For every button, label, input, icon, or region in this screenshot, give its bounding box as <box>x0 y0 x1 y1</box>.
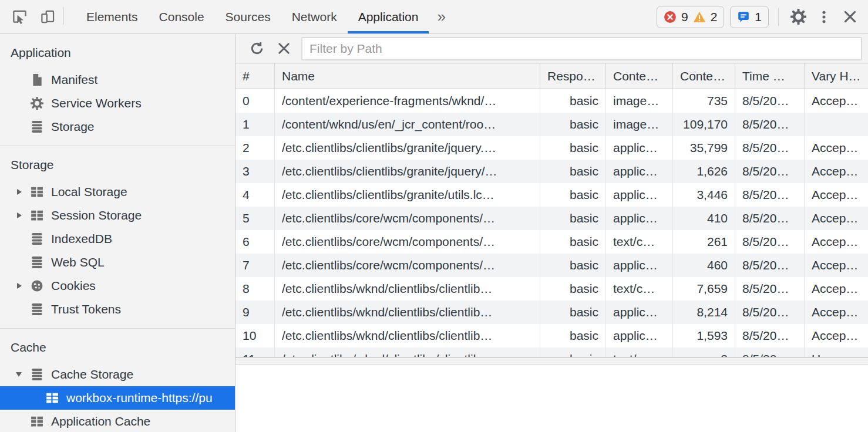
table-row[interactable]: 6/etc.clientlibs/core/wcm/components/…ba… <box>235 230 868 254</box>
column-header-content_type[interactable]: Conte… <box>606 63 673 89</box>
cell-time_cached: 8/5/20… <box>735 160 805 183</box>
sidebar-item-indexeddb[interactable]: IndexedDB <box>0 227 235 251</box>
cell-vary_header: Accep… <box>805 89 868 113</box>
tab-application[interactable]: Application <box>348 0 429 33</box>
cell-num: 8 <box>235 277 275 301</box>
sidebar-item-service-workers[interactable]: Service Workers <box>0 92 235 115</box>
section-title: Cache <box>0 338 235 363</box>
cell-content_type: applic… <box>606 324 673 347</box>
grid-icon <box>31 209 43 222</box>
table-row[interactable]: 10/etc.clientlibs/wknd/clientlibs/client… <box>235 324 868 347</box>
sidebar-item-storage[interactable]: Storage <box>0 115 235 139</box>
table-row[interactable]: 1/content/wknd/us/en/_jcr_content/roo…ba… <box>235 113 868 136</box>
sidebar-item-label: Trust Tokens <box>51 302 121 316</box>
cell-content_type: applic… <box>606 136 673 160</box>
sidebar-section-storage: StorageLocal StorageSession StorageIndex… <box>0 146 235 328</box>
table-row[interactable]: 4/etc.clientlibs/clientlibs/granite/util… <box>235 183 868 207</box>
tab-elements[interactable]: Elements <box>76 0 149 33</box>
column-header-response_type[interactable]: Respo… <box>540 63 606 89</box>
cell-response_type: basic <box>540 230 606 254</box>
chevron-right-icon[interactable] <box>14 283 31 289</box>
sidebar-section-application: ApplicationManifestService WorkersStorag… <box>0 34 235 146</box>
sidebar-item-label: Web SQL <box>51 255 105 269</box>
clear-icon[interactable] <box>274 39 293 58</box>
cell-response_type: basic <box>540 160 606 183</box>
sidebar-item-cookies[interactable]: Cookies <box>0 274 235 298</box>
cell-content_type: text/c… <box>606 277 673 301</box>
table-row[interactable]: 9/etc.clientlibs/wknd/clientlibs/clientl… <box>235 301 868 324</box>
column-header-vary_header[interactable]: Vary H… <box>805 63 868 89</box>
filter-by-path-input[interactable] <box>301 37 862 60</box>
sidebar-item-local-storage[interactable]: Local Storage <box>0 180 235 204</box>
error-circle-icon <box>664 11 677 23</box>
cell-num: 9 <box>235 301 275 324</box>
tab-console[interactable]: Console <box>149 0 215 33</box>
inspect-cursor-icon[interactable] <box>9 7 29 27</box>
cell-num: 10 <box>235 324 275 347</box>
sidebar-item-workbox-runtime-https-pu[interactable]: workbox-runtime-https://pu <box>0 386 235 410</box>
table-row[interactable]: 7/etc.clientlibs/core/wcm/components/…ba… <box>235 254 868 277</box>
table-row[interactable]: 8/etc.clientlibs/wknd/clientlibs/clientl… <box>235 277 868 301</box>
database-icon <box>31 232 43 245</box>
cache-view: #NameRespo…Conte…Conte…Time …Vary H… 0/c… <box>235 34 868 432</box>
messages-badge[interactable]: 1 <box>730 6 769 28</box>
table-row[interactable]: 3/etc.clientlibs/clientlibs/granite/jque… <box>235 160 868 183</box>
cell-response_type: basic <box>540 89 606 113</box>
kebab-menu-icon[interactable] <box>814 7 834 27</box>
table-row[interactable]: 0/content/experience-fragments/wknd/…bas… <box>235 89 868 113</box>
sidebar-item-cache-storage[interactable]: Cache Storage <box>0 363 235 386</box>
cell-num: 1 <box>235 113 275 136</box>
sidebar-item-application-cache[interactable]: Application Cache <box>0 410 235 432</box>
sidebar-item-label: Session Storage <box>51 208 142 222</box>
section-title: Storage <box>0 156 235 180</box>
cell-content_length: 1,626 <box>673 160 735 183</box>
cell-response_type: basic <box>540 254 606 277</box>
table-row[interactable]: 2/etc.clientlibs/clientlibs/granite/jque… <box>235 136 868 160</box>
cell-name: /etc.clientlibs/clientlibs/granite/jquer… <box>275 160 540 183</box>
cell-vary_header: Accep… <box>805 254 868 277</box>
cell-content_length: 35,799 <box>673 136 735 160</box>
sidebar-item-session-storage[interactable]: Session Storage <box>0 204 235 227</box>
cell-content_type: applic… <box>606 301 673 324</box>
chevron-down-icon[interactable] <box>14 372 31 377</box>
table-row[interactable]: 11/etc.clientlibs/wknd/clientlibs/client… <box>235 347 868 357</box>
cell-content_type: image… <box>606 89 673 113</box>
sidebar-item-label: Local Storage <box>51 185 127 199</box>
more-tabs-icon[interactable]: » <box>429 0 453 33</box>
cell-num: 6 <box>235 230 275 254</box>
database-icon <box>31 120 43 133</box>
sidebar-item-label: workbox-runtime-https://pu <box>66 391 213 405</box>
issues-badge[interactable]: 9 2 <box>657 6 724 28</box>
cell-content_length: 109,170 <box>673 113 735 136</box>
cell-response_type: basic <box>540 324 606 347</box>
cell-time_cached: 8/5/20… <box>735 136 805 160</box>
table-row[interactable]: 5/etc.clientlibs/core/wcm/components/…ba… <box>235 207 868 230</box>
warning-triangle-icon <box>693 11 706 23</box>
sidebar-item-web-sql[interactable]: Web SQL <box>0 251 235 274</box>
tab-sources[interactable]: Sources <box>215 0 281 33</box>
cell-response_type: basic <box>540 277 606 301</box>
sidebar-item-label: Storage <box>51 120 95 134</box>
column-header-time_cached[interactable]: Time … <box>735 63 805 89</box>
column-header-content_length[interactable]: Conte… <box>673 63 735 89</box>
sidebar-item-trust-tokens[interactable]: Trust Tokens <box>0 298 235 321</box>
warning-count: 2 <box>711 10 718 24</box>
tab-network[interactable]: Network <box>281 0 348 33</box>
chevron-right-icon[interactable] <box>14 189 31 195</box>
close-icon[interactable] <box>840 7 860 27</box>
cell-content_length: 3,446 <box>673 183 735 207</box>
horizontal-splitter[interactable] <box>235 357 868 365</box>
sidebar-section-cache: CacheCache Storageworkbox-runtime-https:… <box>0 328 235 432</box>
chevron-right-icon[interactable] <box>14 212 31 218</box>
cell-content_length: 1,593 <box>673 324 735 347</box>
refresh-icon[interactable] <box>247 39 266 58</box>
gear-icon[interactable] <box>788 7 808 27</box>
panel-body: ApplicationManifestService WorkersStorag… <box>0 34 868 432</box>
cell-content_length: 460 <box>673 254 735 277</box>
column-header-num[interactable]: # <box>235 63 275 89</box>
cell-content_type: applic… <box>606 254 673 277</box>
column-header-name[interactable]: Name <box>275 63 540 89</box>
cell-time_cached: 8/5/20… <box>735 324 805 347</box>
device-toolbar-icon[interactable] <box>38 7 58 27</box>
sidebar-item-manifest[interactable]: Manifest <box>0 68 235 92</box>
